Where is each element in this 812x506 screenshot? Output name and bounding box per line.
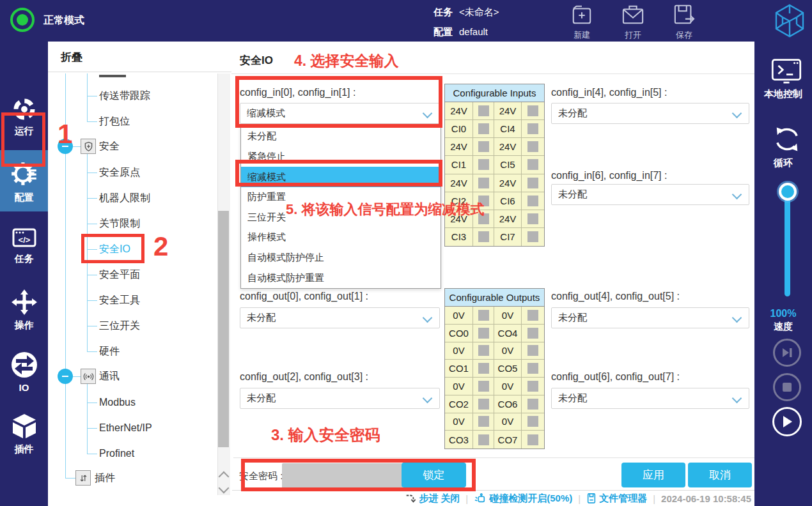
io-indicator [522,360,544,378]
config-in01-dropdown[interactable]: 缩减模式 [240,103,440,124]
config-out01-label: config_out[0], config_out[1] : [240,291,368,302]
play-icon [781,415,793,428]
io-cell: 24V [494,210,522,228]
collapse-node-button[interactable] [58,369,73,384]
speed-slider-track[interactable] [785,189,790,296]
io-indicator [522,156,544,174]
loop-button[interactable] [770,123,804,158]
step-mode-status[interactable]: 步进 关闭 [405,493,460,505]
io-cell: CI0 [445,120,473,138]
io-cell: CO6 [494,395,522,413]
collision-detection-status[interactable]: 碰撞检测开启(50%) [474,493,572,505]
io-indicator [473,120,494,138]
tree-connector [87,224,97,224]
safety-password-input[interactable] [282,463,403,489]
tree-item-profinet[interactable]: Profinet [99,448,134,459]
tree-item-safety[interactable]: 安全 [99,140,120,153]
tree-item-robot-limits[interactable]: 机器人限制 [99,192,150,205]
tree-item-safety-tool[interactable]: 安全工具 [99,294,140,307]
option-operation-mode[interactable]: 操作模式 [241,227,441,248]
tree-connector [87,249,97,250]
tree-item-safety-home[interactable]: 安全原点 [99,166,140,180]
open-button-label: 打开 [613,29,653,41]
collapse-node-button[interactable] [58,139,73,154]
right-toolbar [754,42,812,506]
nav-operate-label: 操作 [0,319,48,332]
tree-item-safety-planes[interactable]: 安全平面 [99,268,140,282]
nav-plugin[interactable]: 插件 [0,412,48,456]
tree-item-ethernet-ip[interactable]: EtherNet/IP [99,422,152,434]
new-button[interactable]: 新建 [561,4,602,41]
tree-connector [87,275,97,275]
io-indicator [522,413,544,431]
io-indicator [522,138,544,156]
tree-item-modbus[interactable]: Modbus [99,397,136,408]
nav-plugin-label: 插件 [0,443,48,456]
io-cell: CI7 [494,228,522,246]
config-in01-label: config_in[0], config_in[1] : [240,87,355,98]
tree-item-joint-limits[interactable]: 关节限制 [99,217,140,231]
io-cell: CI6 [494,192,522,210]
page-title: 安全IO [240,53,273,68]
stop-button[interactable] [773,373,801,401]
tree-connector [65,478,75,479]
tree-item-conveyor[interactable]: 传送带跟踪 [99,89,150,103]
config-in67-dropdown[interactable]: 未分配 [551,184,749,205]
nav-task[interactable]: </> 任务 [0,224,48,265]
config-out45-dropdown[interactable]: 未分配 [551,307,749,328]
lock-button[interactable]: 锁定 [402,463,466,487]
tree-item-communication[interactable]: 通讯 [99,370,120,383]
tree-scrollbar-thumb[interactable] [218,211,229,447]
tree-item-hardware[interactable]: 硬件 [99,345,120,358]
config-out01-dropdown[interactable]: 未分配 [240,307,440,328]
local-control-button[interactable] [769,56,804,89]
apply-button[interactable]: 应用 [621,463,685,487]
nav-run-label: 运行 [0,125,48,137]
io-cell: 24V [494,102,522,120]
option-emergency-stop[interactable]: 紧急停止 [241,147,441,167]
config-out45-label: config_out[4], config_out[5] : [551,291,680,302]
io-indicator [473,228,494,246]
safety-password-label: 安全密码 : [239,470,283,482]
file-manager-button[interactable]: 文件管理器 [586,493,647,505]
config-in45-dropdown[interactable]: 未分配 [551,103,749,124]
option-auto-safeguard-stop[interactable]: 自动模式防护停止 [241,248,441,268]
tree-item-safety-io[interactable]: 安全IO [99,243,130,256]
io-indicator [473,342,494,360]
open-button[interactable]: 打开 [613,4,653,41]
nav-io[interactable]: IO [0,351,48,393]
io-indicator [522,174,544,192]
configurable-inputs-table: Configurable Inputs 24V24V CI0CI4 24V24V… [444,84,545,247]
io-cell: 0V [494,413,522,431]
option-three-position-switch[interactable]: 三位开关 [241,208,441,228]
play-button[interactable] [772,407,802,436]
nav-run[interactable]: 运行 [0,96,48,137]
tree-item-packing[interactable]: 打包位 [99,115,130,128]
config-out23-dropdown[interactable]: 未分配 [240,388,440,409]
config-row: 配置default [433,26,488,38]
antenna-icon [81,369,96,384]
io-indicator [473,395,494,413]
app-logo [772,3,807,39]
speed-label: 速度 [754,321,812,333]
nav-config[interactable]: 配置 [0,159,48,204]
tree-connector [87,198,97,199]
tree-connector [87,351,97,352]
tree-connector [87,384,88,454]
robot-status-icon [9,6,36,33]
option-unassigned[interactable]: 未分配 [241,126,441,147]
collapse-button[interactable]: 折叠 [61,50,82,65]
option-auto-safeguard-reset[interactable]: 自动模式防护重置 [241,268,441,288]
tree-item-plugins[interactable]: 插件 [95,471,115,485]
save-button[interactable]: 保存 [664,4,705,41]
option-reduced-mode[interactable]: 缩减模式 [241,167,441,187]
tree-item-three-position-switch[interactable]: 三位开关 [99,319,140,333]
config-out67-dropdown[interactable]: 未分配 [551,388,749,409]
cancel-button[interactable]: 取消 [688,463,752,487]
step-forward-button[interactable] [773,339,801,367]
io-cell: 24V [494,138,522,156]
speed-slider-handle[interactable] [779,183,797,201]
option-safeguard-reset[interactable]: 防护重置 [241,187,441,208]
nav-operate[interactable]: 操作 [0,288,48,332]
loop-label: 循环 [754,157,812,169]
